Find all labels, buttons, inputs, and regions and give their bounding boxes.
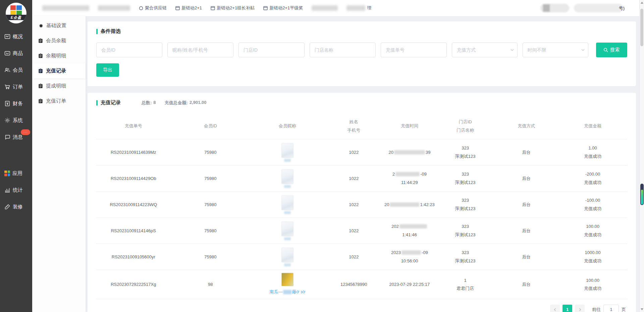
secondary-sidebar: 基础设置 会员余额 余额明细 充值记录 提成明细 充值订单 [32, 16, 86, 312]
sidebar-item-overview[interactable]: 概况 [0, 28, 32, 45]
blurred-account-pill[interactable] [574, 4, 623, 12]
app-screen: E企盈 概况 商品 会员 订单 财务 [0, 0, 644, 312]
member-nickname-link[interactable]: 南瓜— 藤ớ зờ [270, 288, 306, 296]
method-select[interactable] [452, 43, 518, 57]
scroll-up-arrow[interactable] [641, 2, 643, 4]
cell-amount: 1000.00充值成功 [558, 244, 627, 270]
sidebar-item-goods[interactable]: 商品 [0, 45, 32, 62]
store-id-input[interactable] [238, 43, 305, 57]
sidebar-item-label: 商品 [13, 50, 23, 57]
blurred-caption [284, 159, 291, 162]
sidebar-item-system[interactable]: 系统 [0, 112, 32, 129]
col-time: 充值时间 [383, 113, 436, 139]
sidebar-item-label: 订单 [13, 84, 23, 90]
message-badge: ··· [21, 129, 30, 135]
sidebar-item-messages[interactable]: 消息 ··· [0, 129, 32, 145]
clipboard-icon [38, 53, 43, 58]
prev-page-button[interactable] [550, 305, 560, 312]
sidebar-item-label: 会员 [13, 67, 23, 73]
tab-zuzhang-butie[interactable]: 新链动2+1组长补贴 [211, 5, 255, 11]
tab-label: 新链动2+1平级奖 [269, 5, 303, 11]
table-row: RS20231009105600yr 75980 1022 2023-09 10… [96, 244, 627, 270]
total-label: 总数: [142, 100, 152, 106]
cell-store: 323萍测试123 [436, 218, 494, 244]
submenu-item-basic-settings[interactable]: 基础设置 [32, 18, 86, 33]
cell-amount: 1.00充值成功 [558, 139, 627, 166]
method-select-input[interactable] [452, 43, 518, 57]
cell-member-id: 75980 [171, 218, 250, 244]
statistics-icon [4, 187, 10, 193]
sidebar-item-orders[interactable]: 订单 [0, 78, 32, 95]
blurred-tab[interactable] [98, 5, 130, 11]
store-name-input[interactable] [310, 43, 376, 57]
sidebar-item-apps[interactable]: 应用 [0, 165, 32, 182]
sidebar-item-finance[interactable]: 财务 [0, 95, 32, 112]
tab-partially-blurred[interactable]: 理 [346, 5, 371, 11]
sidebar-item-statistics[interactable]: 统计 [0, 182, 32, 198]
app-logo[interactable]: E企盈 [6, 3, 26, 23]
cell-time: 2021:41:46 [383, 218, 436, 244]
tab-supply-chain[interactable]: 聚合供应链 [139, 5, 167, 11]
chevron-left-icon [553, 308, 557, 312]
scroll-indicator-fill [641, 190, 643, 204]
search-icon [603, 48, 608, 52]
submenu-item-label: 余额明细 [46, 53, 66, 59]
scroll-down-arrow[interactable] [641, 308, 643, 310]
cell-amount: 100.00充值成功 [558, 270, 627, 299]
cell-store: 1君君门店 [436, 270, 494, 299]
col-nickname: 会员昵称 [250, 113, 325, 139]
cell-nickname [250, 244, 325, 270]
cell-time: 2023-09 10:56:00 [383, 244, 436, 270]
tab-pingji-jiang[interactable]: 新链动2+1平级奖 [263, 5, 303, 11]
scroll-indicator-pill[interactable] [640, 184, 644, 205]
blurred-tab[interactable] [312, 5, 338, 11]
cell-time: 201:42:23 [383, 192, 436, 218]
member-id-input[interactable] [96, 43, 162, 57]
sidebar-item-label: 应用 [12, 170, 22, 177]
tab-liandong[interactable]: 新链动2+1 [175, 5, 202, 11]
cell-phone: 1022 [325, 166, 383, 192]
sidebar-item-members[interactable]: 会员 [0, 62, 32, 78]
blurred-user-pill[interactable] [540, 4, 569, 12]
table-row: RS20231009114223WQ 75980 1022 201:42:23 … [96, 192, 627, 218]
page-1-button[interactable]: 1 [562, 305, 572, 312]
circle-tab-icon [139, 6, 143, 10]
time-select[interactable] [523, 43, 588, 57]
col-name-phone: 姓名手机号 [325, 113, 383, 139]
amount-value: 2,901.00 [190, 100, 207, 106]
next-page-button[interactable] [575, 305, 585, 312]
time-select-input[interactable] [523, 43, 588, 57]
submenu-item-commission-detail[interactable]: 提成明细 [32, 78, 86, 93]
blurred-caption [284, 211, 291, 214]
col-store: 门店ID门店名称 [436, 113, 494, 139]
search-button[interactable]: 搜索 [596, 43, 627, 57]
goto-page-input[interactable] [603, 305, 619, 312]
submenu-item-member-balance[interactable]: 会员余额 [32, 33, 86, 48]
submenu-item-recharge-orders[interactable]: 充值订单 [32, 93, 86, 109]
submenu-item-balance-detail[interactable]: 余额明细 [32, 48, 86, 63]
cell-method: 后台 [494, 218, 558, 244]
amount-label: 充值总金额: [165, 100, 188, 106]
clipboard-icon [38, 83, 43, 88]
scrollbar-thumb[interactable] [640, 9, 643, 46]
nickname-input[interactable] [167, 43, 233, 57]
cell-member-id: 98 [171, 270, 250, 299]
cell-order-no: RS20231009114429Ob [96, 166, 171, 192]
square-tab-icon [211, 6, 215, 10]
topbar: 聚合供应链 新链动2+1 新链动2+1组长补贴 新链动2+1平级奖 理 号) [32, 0, 639, 16]
cell-method: 后台 [494, 192, 558, 218]
cell-time: 2039 [383, 139, 436, 166]
cell-phone: 1022 [325, 192, 383, 218]
sidebar-item-label: 系统 [13, 117, 23, 124]
export-button[interactable]: 导出 [96, 63, 119, 77]
page-label: 页 [622, 307, 626, 312]
sidebar-item-label: 消息 [13, 134, 23, 140]
order-no-input[interactable] [381, 43, 447, 57]
blurred-tab[interactable] [42, 5, 89, 11]
finance-icon [4, 101, 10, 107]
cell-order-no: RS20231009105600yr [96, 244, 171, 270]
cell-amount: -200.00充值成功 [558, 166, 627, 192]
submenu-item-recharge-records[interactable]: 充值记录 [32, 63, 86, 78]
message-icon [4, 134, 10, 140]
sidebar-item-decorate[interactable]: 装修 [0, 198, 32, 215]
